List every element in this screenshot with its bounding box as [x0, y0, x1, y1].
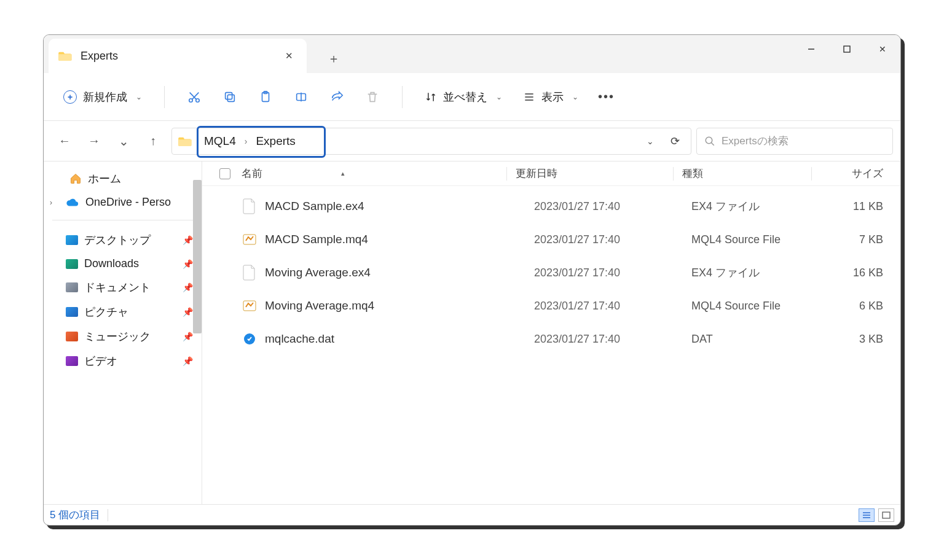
column-type[interactable]: 種類: [682, 168, 703, 179]
window-controls: ✕: [793, 35, 900, 63]
sidebar-item-label: Downloads: [84, 257, 139, 270]
file-icon: [242, 198, 258, 214]
svg-rect-1: [844, 46, 850, 52]
delete-button[interactable]: [358, 82, 387, 112]
separator: [673, 167, 674, 181]
svg-point-2: [189, 98, 193, 102]
file-date: 2023/01/27 17:40: [534, 300, 691, 313]
sort-button[interactable]: 並べ替え ⌄: [417, 85, 509, 109]
search-box[interactable]: [696, 128, 893, 155]
file-type: MQL4 Source File: [691, 300, 820, 313]
nav-arrows: ← → ⌄ ↑: [51, 134, 167, 149]
file-row[interactable]: MACD Sample.mq42023/01/27 17:40MQL4 Sour…: [202, 223, 900, 256]
more-button[interactable]: •••: [592, 85, 621, 109]
copy-button[interactable]: [215, 82, 245, 112]
tab-current[interactable]: Experts ✕: [49, 39, 307, 73]
file-size: 3 KB: [820, 333, 900, 346]
column-date[interactable]: 更新日時: [516, 168, 557, 179]
file-rows: MACD Sample.ex42023/01/27 17:40EX4 ファイル1…: [202, 186, 900, 356]
tab-title: Experts: [81, 50, 272, 63]
forward-button[interactable]: →: [87, 134, 101, 148]
view-mode-buttons: [859, 508, 894, 522]
breadcrumb-part[interactable]: MQL4: [204, 134, 236, 148]
file-row[interactable]: mqlcache.dat2023/01/27 17:40DAT3 KB: [202, 322, 900, 356]
minimize-button[interactable]: [793, 35, 829, 63]
svg-point-3: [196, 98, 200, 102]
file-name: Moving Average.mq4: [265, 299, 534, 313]
file-type: EX4 ファイル: [691, 199, 820, 214]
sidebar-item-label: ビデオ: [84, 354, 117, 368]
sidebar-item-desktop[interactable]: デスクトップ 📌: [44, 228, 202, 252]
new-tab-button[interactable]: ＋: [319, 44, 348, 73]
up-button[interactable]: ↑: [146, 134, 160, 148]
maximize-button[interactable]: [829, 35, 865, 63]
file-size: 6 KB: [820, 300, 900, 313]
desktop-icon: [66, 235, 78, 245]
details-view-button[interactable]: [859, 508, 875, 522]
sidebar-item-music[interactable]: ミュージック 📌: [44, 324, 202, 349]
back-button[interactable]: ←: [57, 134, 72, 148]
tab-close-button[interactable]: ✕: [281, 48, 297, 64]
file-type: EX4 ファイル: [691, 265, 820, 280]
sidebar-item-downloads[interactable]: Downloads 📌: [44, 252, 202, 275]
cut-button[interactable]: [179, 82, 209, 112]
status-bar: 5 個の項目: [44, 504, 900, 525]
sidebar-item-documents[interactable]: ドキュメント 📌: [44, 275, 202, 300]
file-date: 2023/01/27 17:40: [534, 266, 691, 279]
pin-icon: 📌: [183, 356, 193, 366]
breadcrumb-part[interactable]: Experts: [256, 134, 295, 148]
column-name[interactable]: 名前: [242, 166, 262, 181]
music-icon: [66, 332, 78, 341]
file-name: MACD Sample.mq4: [265, 233, 534, 246]
view-button[interactable]: 表示 ⌄: [516, 85, 586, 109]
new-button[interactable]: + 新規作成 ⌄: [56, 85, 149, 109]
scrollbar[interactable]: [193, 180, 202, 333]
file-name: mqlcache.dat: [265, 332, 534, 346]
svg-rect-14: [243, 235, 256, 244]
sidebar-item-label: ドキュメント: [84, 280, 151, 295]
column-size[interactable]: サイズ: [852, 168, 883, 179]
thumbnails-view-button[interactable]: [878, 508, 894, 522]
refresh-button[interactable]: ⟳: [665, 134, 685, 148]
sidebar-item-pictures[interactable]: ピクチャ 📌: [44, 300, 202, 324]
file-name: MACD Sample.ex4: [265, 200, 534, 213]
separator: [506, 167, 507, 181]
status-count: 5 個の項目: [50, 508, 100, 522]
sidebar-item-home[interactable]: ホーム: [44, 166, 202, 191]
recent-button[interactable]: ⌄: [116, 134, 131, 149]
sidebar-item-onedrive[interactable]: › OneDrive - Perso: [44, 191, 202, 214]
file-row[interactable]: Moving Average.ex42023/01/27 17:40EX4 ファ…: [202, 256, 900, 289]
folder-icon: [178, 136, 192, 147]
file-name: Moving Average.ex4: [265, 266, 534, 279]
file-size: 7 KB: [820, 233, 900, 246]
svg-rect-5: [226, 92, 232, 99]
file-type: MQL4 Source File: [691, 233, 820, 246]
plus-icon: +: [63, 90, 77, 104]
file-icon: [242, 298, 258, 314]
videos-icon: [66, 356, 78, 366]
file-row[interactable]: Moving Average.mq42023/01/27 17:40MQL4 S…: [202, 289, 900, 322]
sidebar-item-label: ミュージック: [84, 329, 151, 344]
title-bar: Experts ✕ ＋ ✕: [44, 35, 900, 73]
search-icon: [704, 136, 715, 147]
separator: [108, 509, 108, 521]
close-button[interactable]: ✕: [865, 35, 900, 63]
rename-button[interactable]: [286, 82, 316, 112]
file-row[interactable]: MACD Sample.ex42023/01/27 17:40EX4 ファイル1…: [202, 190, 900, 223]
paste-button[interactable]: [251, 82, 280, 112]
separator: [52, 220, 193, 220]
breadcrumb-dropdown[interactable]: ⌄: [642, 136, 659, 146]
downloads-icon: [66, 259, 78, 269]
share-button[interactable]: [322, 82, 352, 112]
svg-point-12: [706, 137, 712, 144]
search-input[interactable]: [722, 135, 885, 147]
address-bar-row: ← → ⌄ ↑ MQL4 › Experts ⌄ ⟳: [44, 121, 900, 161]
toolbar: + 新規作成 ⌄ 並べ替え ⌄: [44, 73, 900, 121]
sidebar-item-label: OneDrive - Perso: [85, 196, 171, 209]
select-all-checkbox[interactable]: [219, 168, 242, 179]
pin-icon: 📌: [183, 282, 193, 292]
sidebar-item-videos[interactable]: ビデオ 📌: [44, 349, 202, 373]
breadcrumb-path: MQL4 › Experts: [198, 134, 296, 148]
breadcrumb[interactable]: MQL4 › Experts ⌄ ⟳: [171, 128, 691, 155]
pin-icon: 📌: [183, 332, 193, 341]
